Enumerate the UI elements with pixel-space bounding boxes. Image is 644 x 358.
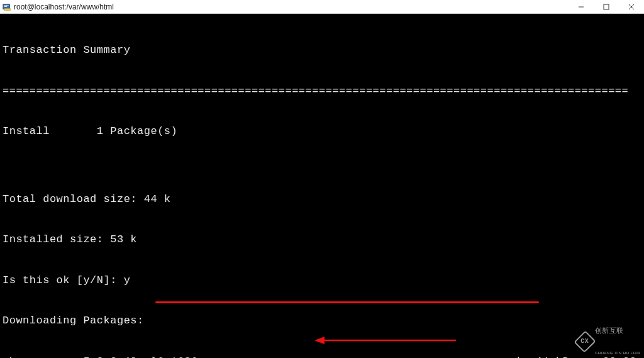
output-line: ========================================… <box>3 84 641 98</box>
window-title: root@localhost:/var/www/html <box>14 3 114 11</box>
svg-rect-3 <box>5 8 11 10</box>
window-controls <box>569 0 644 13</box>
putty-icon <box>3 3 11 11</box>
output-line: Is this ok [y/N]: y <box>3 274 641 288</box>
watermark-text: 创新互联 CHUANG XIN HU LIAN <box>595 311 640 358</box>
maximize-button[interactable] <box>594 0 619 13</box>
watermark: CX 创新互联 CHUANG XIN HU LIAN <box>577 330 640 353</box>
terminal[interactable]: Transaction Summary ====================… <box>0 14 644 358</box>
output-line: Downloading Packages: <box>3 314 641 328</box>
output-line: Total download size: 44 k <box>3 193 641 206</box>
output-line: Install 1 Package(s) <box>3 125 641 138</box>
svg-marker-9 <box>314 337 325 344</box>
svg-rect-5 <box>604 4 609 9</box>
watermark-logo-icon: CX <box>574 330 596 352</box>
annotation-arrow <box>314 333 459 348</box>
minimize-button[interactable] <box>569 0 594 13</box>
svg-rect-1 <box>4 5 9 6</box>
window-titlebar: root@localhost:/var/www/html <box>0 0 644 14</box>
annotation-underline <box>155 301 539 303</box>
svg-rect-2 <box>4 6 7 7</box>
output-line: php-process-5.3.3-49.el6.i686.rpm | 44 k… <box>3 355 641 359</box>
output-line: Transaction Summary <box>3 43 641 57</box>
output-line: Installed size: 53 k <box>3 233 641 247</box>
close-button[interactable] <box>619 0 644 13</box>
